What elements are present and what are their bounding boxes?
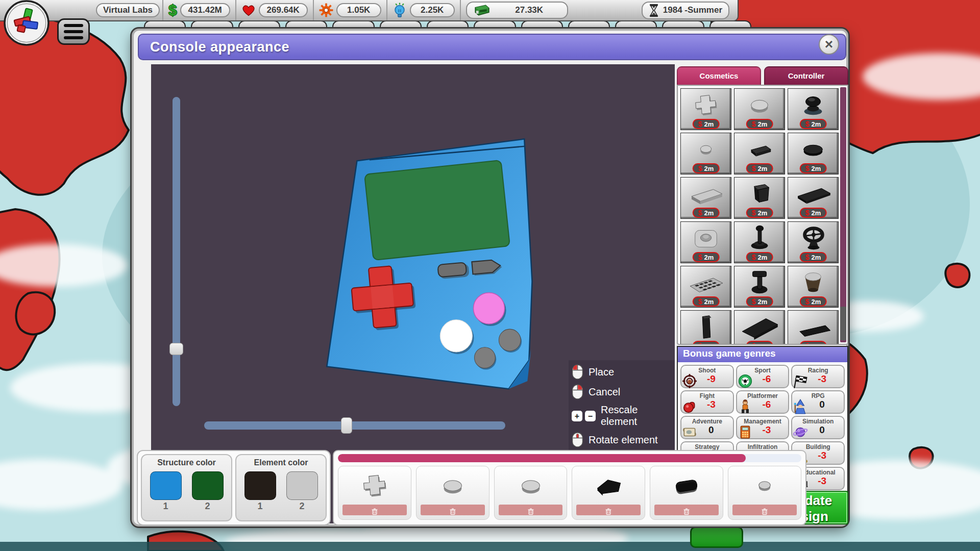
fans-value: 269.64K	[259, 3, 308, 17]
placed-element-card	[338, 466, 411, 520]
shop-item[interactable]: $ 2m	[734, 310, 785, 345]
lightbulb-icon	[393, 3, 407, 18]
delete-element-button[interactable]	[654, 505, 719, 515]
genre-icon	[738, 424, 753, 440]
shop-item[interactable]: $ 2m	[680, 177, 731, 219]
shop-item[interactable]: $ 2m	[734, 221, 785, 263]
hidden-button-behind-dialog[interactable]	[690, 527, 743, 548]
consoles-value: 27.33K	[498, 5, 561, 15]
shop-item[interactable]: $ 2m	[734, 177, 785, 219]
bonus-genres-title: Bonus game genres	[678, 347, 847, 362]
swatch-number: 1	[150, 501, 182, 512]
delete-element-button[interactable]	[342, 505, 407, 515]
trash-icon	[605, 508, 612, 516]
placed-elements-strip	[333, 450, 806, 525]
mouse-left-click-icon	[572, 364, 583, 380]
mouse-middle-wheel-icon	[572, 432, 583, 447]
placed-element-card	[650, 466, 723, 520]
close-button[interactable]: ×	[819, 34, 839, 55]
delete-element-button[interactable]	[732, 505, 797, 515]
price-currency-icon: $	[698, 120, 702, 128]
shop-item[interactable]: $ 2m	[680, 266, 731, 308]
shop-item[interactable]: $ 2m	[788, 310, 839, 345]
structure-color-card: Structure color 1 2	[141, 454, 232, 521]
zoom-slider-handle[interactable]	[169, 343, 183, 355]
console-appearance-dialog: Console appearance ×	[132, 29, 848, 527]
console-3d-preview[interactable]	[304, 126, 559, 411]
money-section: $ 431.42M	[163, 0, 236, 20]
money-value: 431.42M	[180, 3, 230, 17]
shop-item[interactable]: $ 2m	[788, 177, 839, 219]
price-badge: $ 2m	[800, 341, 827, 345]
trash-icon	[449, 508, 456, 516]
shop-item-shape-icon	[790, 223, 836, 253]
price-badge: $ 2m	[746, 119, 773, 129]
tab-controller[interactable]: Controller	[764, 66, 848, 85]
gears-value: 1.05K	[336, 3, 381, 17]
shop-item[interactable]: $ 2m	[680, 221, 731, 263]
legend-cancel-row: Cancel	[572, 384, 675, 399]
delete-element-button[interactable]	[421, 505, 485, 515]
shop-item-shape-icon	[790, 179, 836, 208]
genre-name: Platformer	[737, 392, 789, 399]
shop-item[interactable]: $ 2m	[734, 88, 785, 130]
genre-name: Strategy	[681, 443, 733, 450]
delete-element-button[interactable]	[576, 505, 641, 515]
price-currency-icon: $	[752, 342, 756, 345]
shop-item[interactable]: $ 2m	[680, 88, 731, 130]
price-badge: $ 2m	[693, 208, 720, 218]
placed-element-shape-icon	[429, 469, 476, 501]
price-currency-icon: $	[752, 253, 756, 261]
shop-item[interactable]: $ 2m	[788, 221, 839, 263]
dialog-title: Console appearance	[139, 39, 289, 55]
zoom-slider-vertical[interactable]	[173, 97, 180, 406]
parts-gridbox: $ 2m $ 2m $ 2m	[677, 85, 848, 345]
mouse-right-click-icon	[572, 384, 583, 399]
element-color-title: Element color	[236, 458, 326, 467]
price-amount: 2m	[758, 254, 768, 261]
gear-icon	[319, 3, 333, 17]
price-amount: 2m	[704, 209, 714, 217]
hamburger-menu-button[interactable]	[57, 18, 90, 45]
placed-element-card	[494, 466, 568, 520]
genre-name: Fight	[681, 392, 733, 399]
shop-item[interactable]: $ 2m	[680, 133, 731, 174]
shop-item-shape-icon	[790, 312, 836, 341]
price-currency-icon: $	[805, 209, 810, 217]
shop-item[interactable]: $ 2m	[680, 310, 731, 345]
parts-scrollbar[interactable]	[840, 87, 846, 342]
delete-element-button[interactable]	[499, 505, 563, 515]
shop-item[interactable]: $ 2m	[788, 133, 839, 174]
genre-name: Racing	[792, 367, 844, 374]
element-color-swatch[interactable]	[286, 471, 318, 500]
placed-element-shape-icon	[507, 469, 554, 501]
shop-item[interactable]: $ 2m	[788, 266, 839, 308]
genre-card: Sport -6	[736, 365, 790, 388]
shop-item-shape-icon	[737, 90, 782, 119]
shop-item-shape-icon	[737, 179, 782, 208]
tab-cosmetics[interactable]: Cosmetics	[677, 66, 761, 85]
rotate-slider-horizontal[interactable]	[204, 421, 505, 430]
price-amount: 2m	[758, 342, 768, 345]
genre-icon	[793, 424, 808, 440]
shop-item[interactable]: $ 2m	[734, 133, 785, 174]
shop-item[interactable]: $ 2m	[788, 88, 839, 130]
fans-section: 269.64K	[236, 0, 314, 20]
color-swatch-item: 1	[150, 471, 182, 512]
plus-minus-keys-icon: +−	[572, 411, 596, 421]
structure-color-swatch[interactable]	[192, 471, 224, 500]
price-badge: $ 2m	[800, 163, 827, 173]
element-color-swatch[interactable]	[244, 471, 276, 500]
shop-item[interactable]: $ 2m	[734, 266, 785, 308]
company-logo[interactable]	[3, 0, 50, 48]
placed-elements-cards	[338, 466, 801, 520]
dialog-titlebar[interactable]: Console appearance	[138, 34, 846, 60]
rotate-slider-handle[interactable]	[341, 417, 352, 434]
parts-scrollbar-thumb[interactable]	[840, 307, 846, 340]
price-amount: 2m	[812, 209, 821, 217]
structure-color-swatch[interactable]	[150, 471, 182, 500]
price-amount: 2m	[758, 165, 768, 172]
parts-tabs: Cosmetics Controller	[677, 66, 848, 85]
price-currency-icon: $	[805, 342, 810, 345]
consoles-section: 27.33K	[461, 0, 573, 20]
